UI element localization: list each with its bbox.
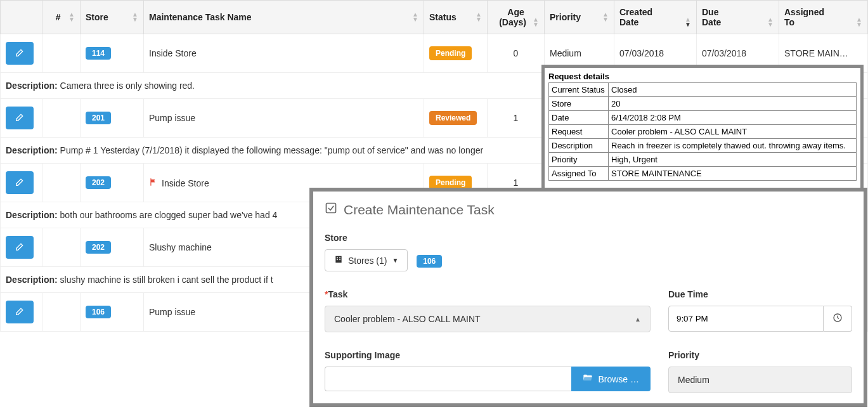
- col-age[interactable]: Age(Days)▲▼: [488, 1, 545, 34]
- store-badge[interactable]: 106: [86, 306, 111, 318]
- task-label: *Task: [325, 289, 651, 299]
- store-badge[interactable]: 202: [86, 176, 111, 189]
- description-label: Description:: [6, 145, 58, 155]
- create-task-title: Create Maintenance Task: [325, 202, 852, 218]
- clock-button[interactable]: [824, 306, 852, 332]
- sort-icon: ▲▼: [602, 12, 609, 22]
- svg-rect-5: [327, 204, 336, 213]
- col-priority[interactable]: Priority▲▼: [545, 1, 614, 34]
- status-badge: Pending: [429, 46, 472, 60]
- image-path-input[interactable]: [325, 367, 571, 391]
- edit-button[interactable]: [6, 236, 34, 259]
- check-icon: [325, 202, 337, 218]
- due-time-input[interactable]: [668, 306, 824, 332]
- request-detail-key: Description: [549, 139, 609, 153]
- task-name: Pump issue: [144, 99, 424, 138]
- request-detail-row: RequestCooler problem - ALSO CALL MAINT: [549, 125, 857, 139]
- description-label: Description:: [6, 210, 58, 220]
- age-value: 0: [488, 34, 545, 73]
- stores-dropdown-button[interactable]: Stores (1) ▼: [325, 249, 408, 271]
- edit-icon: [15, 48, 25, 60]
- task-select[interactable]: Cooler problem - ALSO CALL MAINT ▲: [325, 306, 651, 332]
- svg-rect-8: [339, 257, 340, 259]
- building-icon: [334, 255, 343, 266]
- edit-icon: [15, 112, 25, 124]
- edit-icon: [15, 306, 25, 318]
- col-num[interactable]: #▲▼: [42, 1, 81, 34]
- sort-icon: ▲▼: [412, 12, 418, 22]
- sort-icon: ▲▼: [476, 12, 482, 22]
- store-label: Store: [325, 233, 852, 243]
- browse-button[interactable]: Browse …: [571, 367, 651, 391]
- svg-rect-10: [339, 259, 340, 260]
- edit-icon: [15, 242, 25, 254]
- request-detail-row: Store20: [549, 97, 857, 111]
- description-label: Description:: [6, 81, 58, 91]
- status-badge: Reviewed: [429, 111, 477, 125]
- selected-store-pill[interactable]: 106: [417, 255, 442, 268]
- description-label: Description:: [6, 275, 58, 285]
- svg-rect-9: [337, 259, 338, 260]
- request-detail-value: Cooler problem - ALSO CALL MAINT: [609, 125, 857, 139]
- edit-button[interactable]: [6, 171, 34, 194]
- sort-icon: ▲▼: [767, 17, 774, 27]
- due-time-label: Due Time: [668, 289, 852, 299]
- create-task-popup: Create Maintenance Task Store Stores (1)…: [309, 188, 867, 407]
- priority-select[interactable]: Medium: [668, 367, 852, 393]
- sort-icon: ▲▼: [856, 17, 862, 27]
- task-name: Inside Store: [144, 34, 424, 73]
- sort-icon: ▲▼: [68, 12, 75, 22]
- folder-open-icon: [583, 373, 593, 385]
- edit-icon: [15, 177, 25, 189]
- request-detail-key: Store: [549, 97, 609, 111]
- request-detail-row: Date6/14/2018 2:08 PM: [549, 111, 857, 125]
- col-assigned[interactable]: AssignedTo▲▼: [779, 1, 868, 34]
- col-due[interactable]: DueDate▲▼: [697, 1, 779, 34]
- caret-down-icon: ▼: [392, 257, 398, 264]
- request-details-table: Current StatusClosedStore20Date6/14/2018…: [548, 82, 857, 181]
- col-status[interactable]: Status▲▼: [424, 1, 488, 34]
- request-detail-key: Date: [549, 111, 609, 125]
- request-detail-key: Current Status: [549, 83, 609, 97]
- request-detail-row: Current StatusClosed: [549, 83, 857, 97]
- request-detail-value: STORE MAINTENANCE: [609, 167, 857, 181]
- edit-button[interactable]: [6, 107, 34, 129]
- request-detail-row: Assigned ToSTORE MAINTENANCE: [549, 167, 857, 181]
- request-detail-key: Assigned To: [549, 167, 609, 181]
- clock-icon: [832, 315, 843, 325]
- edit-button[interactable]: [6, 42, 34, 65]
- request-detail-value: 6/14/2018 2:08 PM: [609, 111, 857, 125]
- col-edit: [1, 1, 42, 34]
- svg-rect-6: [335, 256, 341, 263]
- priority-label: Priority: [668, 350, 852, 360]
- store-badge[interactable]: 114: [86, 47, 111, 60]
- request-detail-row: DescriptionReach in freezer is completel…: [549, 139, 857, 153]
- store-badge[interactable]: 201: [86, 112, 111, 124]
- sort-icon: ▲▼: [685, 17, 691, 27]
- col-created[interactable]: CreatedDate▲▼: [614, 1, 697, 34]
- request-detail-value: Reach in freezer is completely thawed ou…: [609, 139, 857, 153]
- sort-icon: ▲▼: [533, 17, 539, 27]
- edit-button[interactable]: [6, 301, 34, 323]
- chevron-up-icon: ▲: [635, 316, 641, 323]
- description-text: Pump # 1 Yesterday (7/1/2018) it display…: [60, 145, 484, 155]
- request-details-title: Request details: [548, 72, 857, 81]
- request-detail-value: 20: [609, 97, 857, 111]
- description-text: Camera three is only showing red.: [60, 81, 195, 91]
- request-detail-key: Priority: [549, 153, 609, 167]
- sort-icon: ▲▼: [132, 12, 138, 22]
- age-value: 1: [488, 99, 545, 138]
- store-badge[interactable]: 202: [86, 241, 111, 254]
- description-text: both our bathrooms are clogged super bad…: [60, 210, 278, 220]
- svg-rect-7: [337, 257, 338, 259]
- flag-icon: [149, 178, 158, 188]
- request-detail-value: Closed: [609, 83, 857, 97]
- supporting-image-label: Supporting Image: [325, 350, 651, 360]
- col-task[interactable]: Maintenance Task Name▲▼: [144, 1, 424, 34]
- request-detail-value: High, Urgent: [609, 153, 857, 167]
- description-text: slushy machine is still broken i cant se…: [60, 275, 273, 285]
- col-store[interactable]: Store▲▼: [81, 1, 144, 34]
- request-detail-row: PriorityHigh, Urgent: [549, 153, 857, 167]
- request-detail-key: Request: [549, 125, 609, 139]
